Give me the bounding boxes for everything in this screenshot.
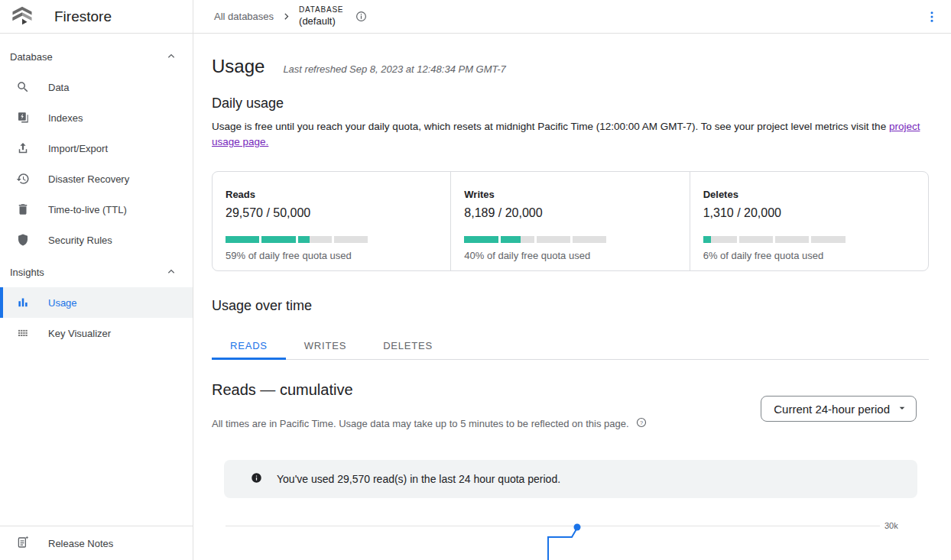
- sidebar-item-data[interactable]: Data: [0, 72, 193, 102]
- quota-bar-segment: [334, 236, 368, 243]
- more-options-icon[interactable]: [925, 10, 939, 24]
- sidebar-item-label: Usage: [48, 297, 77, 309]
- quota-percent-text: 40% of daily free quota used: [464, 250, 670, 261]
- writes-quota-card: Writes 8,189 / 20,000 40% of daily free …: [450, 172, 689, 270]
- quota-bar-segment: [573, 236, 606, 243]
- period-selector-dropdown[interactable]: Current 24-hour period: [761, 396, 917, 422]
- quota-bar-segment: [739, 236, 773, 243]
- sidebar-item-label: Data: [48, 82, 69, 93]
- chevron-up-icon: [165, 50, 177, 64]
- sidebar-item-label: Release Notes: [48, 538, 113, 549]
- daily-usage-cards: Reads 29,570 / 50,000 59% of daily free …: [212, 171, 929, 271]
- chevron-up-icon: [165, 265, 177, 280]
- info-outline-icon[interactable]: [355, 10, 368, 23]
- sidebar-item-label: Time-to-live (TTL): [48, 204, 127, 215]
- quota-bar-fill: [226, 236, 259, 243]
- sidebar-item-key-visualizer[interactable]: Key Visualizer: [0, 318, 193, 348]
- chevron-right-icon: [281, 11, 292, 22]
- sidebar-item-indexes[interactable]: Indexes: [0, 102, 193, 133]
- page-header: Usage Last refreshed Sep 8, 2023 at 12:4…: [212, 54, 929, 79]
- history-icon: [16, 172, 30, 186]
- chart-latest-point[interactable]: [574, 524, 581, 531]
- quota-percent-text: 6% of daily free quota used: [703, 250, 910, 261]
- main-content: Usage Last refreshed Sep 8, 2023 at 12:4…: [193, 34, 951, 560]
- quota-bar-fill: [298, 236, 310, 243]
- trash-icon: [16, 202, 30, 216]
- shield-icon: [16, 233, 30, 247]
- quota-bar-segment: [501, 236, 534, 243]
- bar-chart-icon: [16, 296, 30, 309]
- sidebar-item-release-notes[interactable]: Release Notes: [0, 526, 193, 560]
- timezone-note-text: All times are in Pacific Time. Usage dat…: [212, 418, 629, 429]
- quota-bar-fill: [703, 236, 712, 243]
- quota-bar-fill: [501, 236, 521, 243]
- grid-icon: [16, 326, 30, 340]
- usage-info-text: You've used 29,570 read(s) in the last 2…: [277, 473, 560, 485]
- tab-reads[interactable]: READS: [212, 333, 286, 360]
- quota-bar-segment: [298, 236, 332, 243]
- card-label: Writes: [464, 189, 670, 200]
- sidebar-item-import-export[interactable]: Import/Export: [0, 133, 193, 163]
- reads-cumulative-chart: 30k: [193, 503, 951, 560]
- sidebar-item-label: Security Rules: [48, 235, 112, 246]
- quota-bar-fill: [261, 236, 295, 243]
- sidebar-item-label: Key Visualizer: [48, 328, 111, 339]
- reads-panel: Reads — cumulative Current 24-hour perio…: [212, 360, 929, 560]
- last-refreshed-text: Last refreshed Sep 8, 2023 at 12:48:34 P…: [283, 63, 505, 75]
- card-value: 29,570 / 50,000: [226, 206, 432, 220]
- database-label: DATABASE: [299, 5, 343, 15]
- reads-quota-card: Reads 29,570 / 50,000 59% of daily free …: [213, 172, 450, 270]
- sidebar-section-insights[interactable]: Insights: [0, 257, 193, 287]
- document-bolt-icon: [16, 111, 30, 125]
- info-filled-icon: [251, 472, 262, 486]
- quota-bar-segment: [226, 236, 259, 243]
- sidebar-item-disaster-recovery[interactable]: Disaster Recovery: [0, 163, 193, 194]
- app-header: Firestore: [0, 0, 193, 34]
- quota-bar-segment: [464, 236, 498, 243]
- quota-bar-segment: [811, 236, 845, 243]
- daily-usage-heading: Daily usage: [212, 94, 929, 112]
- topbar: All databases DATABASE (default): [193, 0, 951, 34]
- sidebar: Firestore Database Data Indexes Import/E…: [0, 0, 193, 560]
- breadcrumb-all-databases[interactable]: All databases: [214, 11, 274, 22]
- quota-bar-fill: [464, 236, 498, 243]
- page-title: Usage: [212, 54, 265, 79]
- upload-icon: [16, 141, 30, 155]
- tab-deletes[interactable]: DELETES: [365, 333, 451, 360]
- quota-bar-segment: [537, 236, 570, 243]
- sidebar-item-usage[interactable]: Usage: [0, 287, 193, 318]
- section-label: Insights: [10, 267, 44, 278]
- tab-writes[interactable]: WRITES: [286, 333, 365, 360]
- card-label: Reads: [226, 189, 432, 200]
- description-text: Usage is free until you reach your daily…: [212, 121, 889, 132]
- quota-progress-bar: [703, 236, 846, 243]
- usage-tabs: READS WRITES DELETES: [212, 333, 929, 360]
- help-icon[interactable]: ?: [635, 416, 648, 431]
- card-value: 8,189 / 20,000: [464, 206, 670, 220]
- search-icon: [16, 80, 30, 94]
- card-label: Deletes: [703, 189, 910, 200]
- usage-over-time-heading: Usage over time: [212, 296, 929, 315]
- svg-text:?: ?: [640, 419, 643, 426]
- daily-usage-description: Usage is free until you reach your daily…: [212, 119, 929, 150]
- dropdown-caret-icon: [896, 402, 908, 416]
- card-value: 1,310 / 20,000: [703, 206, 910, 220]
- release-notes-icon: [16, 536, 30, 552]
- sidebar-section-database[interactable]: Database: [0, 41, 193, 72]
- usage-info-banner: You've used 29,570 read(s) in the last 2…: [224, 460, 917, 498]
- quota-progress-bar: [226, 236, 368, 243]
- sidebar-item-ttl[interactable]: Time-to-live (TTL): [0, 194, 193, 225]
- period-selector-value: Current 24-hour period: [774, 403, 890, 416]
- usage-line-chart: [193, 503, 951, 560]
- sidebar-item-security-rules[interactable]: Security Rules: [0, 225, 193, 255]
- quota-bar-segment: [775, 236, 809, 243]
- sidebar-item-label: Indexes: [48, 112, 83, 124]
- firestore-logo-icon: [11, 4, 34, 30]
- quota-progress-bar: [464, 236, 606, 243]
- sidebar-item-label: Import/Export: [48, 143, 108, 154]
- breadcrumb-database[interactable]: DATABASE (default): [299, 5, 343, 28]
- quota-bar-segment: [703, 236, 737, 243]
- quota-percent-text: 59% of daily free quota used: [226, 250, 432, 261]
- deletes-quota-card: Deletes 1,310 / 20,000 6% of daily free …: [690, 172, 928, 270]
- database-name: (default): [299, 15, 343, 28]
